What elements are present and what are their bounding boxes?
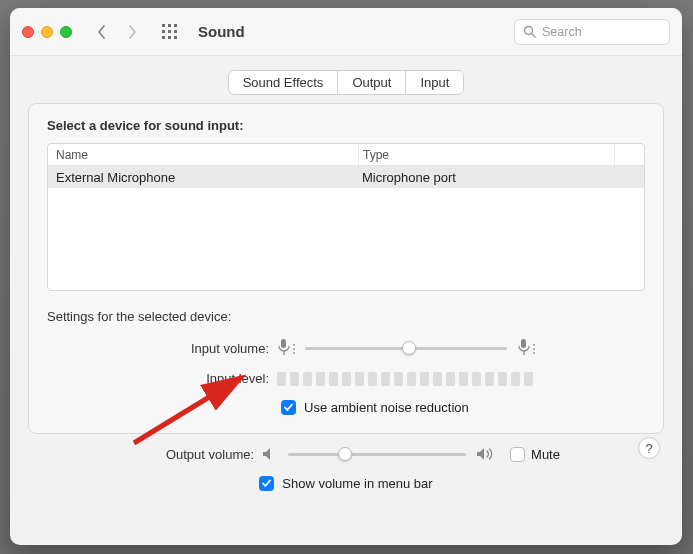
sound-preferences-window: Sound Search Sound Effects Output Input … bbox=[10, 8, 682, 545]
microphone-low-icon bbox=[277, 338, 291, 359]
show-all-button[interactable] bbox=[148, 24, 178, 40]
search-input[interactable]: Search bbox=[514, 19, 670, 45]
output-volume-slider[interactable] bbox=[284, 444, 470, 464]
svg-rect-8 bbox=[174, 36, 177, 39]
search-placeholder: Search bbox=[542, 25, 582, 39]
noise-reduction-label: Use ambient noise reduction bbox=[304, 400, 469, 415]
tab-sound-effects[interactable]: Sound Effects bbox=[229, 71, 339, 94]
help-button[interactable]: ? bbox=[638, 437, 660, 459]
tab-output[interactable]: Output bbox=[338, 71, 406, 94]
table-row[interactable]: External Microphone Microphone port bbox=[48, 166, 644, 188]
svg-rect-0 bbox=[162, 24, 165, 27]
col-type[interactable]: Type bbox=[358, 144, 614, 165]
device-name: External Microphone bbox=[48, 170, 358, 185]
window-controls bbox=[22, 26, 80, 38]
svg-rect-3 bbox=[162, 30, 165, 33]
tab-control: Sound Effects Output Input bbox=[28, 70, 664, 95]
col-name[interactable]: Name bbox=[48, 148, 358, 162]
svg-rect-11 bbox=[281, 339, 286, 348]
input-volume-row: Input volume: bbox=[47, 338, 645, 359]
search-icon bbox=[523, 25, 536, 38]
svg-rect-13 bbox=[521, 339, 526, 348]
minimize-icon[interactable] bbox=[41, 26, 53, 38]
input-volume-slider[interactable] bbox=[301, 339, 511, 359]
output-volume-label: Output volume: bbox=[132, 447, 262, 462]
show-volume-label: Show volume in menu bar bbox=[282, 476, 432, 491]
noise-reduction-row: Use ambient noise reduction bbox=[281, 400, 645, 415]
close-icon[interactable] bbox=[22, 26, 34, 38]
window-title: Sound bbox=[188, 23, 504, 40]
forward-button[interactable] bbox=[126, 24, 138, 40]
speaker-high-icon bbox=[476, 447, 496, 461]
speaker-low-icon bbox=[262, 447, 278, 461]
input-device-table[interactable]: Name Type External Microphone Microphone… bbox=[47, 143, 645, 291]
table-header: Name Type bbox=[48, 144, 644, 166]
svg-rect-1 bbox=[168, 24, 171, 27]
titlebar: Sound Search bbox=[10, 8, 682, 56]
mute-checkbox[interactable] bbox=[510, 447, 525, 462]
svg-rect-4 bbox=[168, 30, 171, 33]
back-button[interactable] bbox=[96, 24, 108, 40]
input-level-row: Input level: bbox=[47, 371, 645, 386]
noise-reduction-checkbox[interactable] bbox=[281, 400, 296, 415]
svg-rect-2 bbox=[174, 24, 177, 27]
mute-label: Mute bbox=[531, 447, 560, 462]
zoom-icon[interactable] bbox=[60, 26, 72, 38]
input-level-label: Input level: bbox=[47, 371, 277, 386]
svg-rect-6 bbox=[162, 36, 165, 39]
svg-rect-5 bbox=[174, 30, 177, 33]
tab-input[interactable]: Input bbox=[406, 71, 463, 94]
input-device-heading: Select a device for sound input: bbox=[47, 118, 645, 133]
settings-heading: Settings for the selected device: bbox=[47, 309, 645, 324]
device-type: Microphone port bbox=[358, 166, 644, 188]
input-level-meter bbox=[277, 372, 533, 386]
footer: Output volume: Mute Sho bbox=[28, 434, 664, 491]
input-volume-label: Input volume: bbox=[47, 341, 277, 356]
show-volume-checkbox[interactable] bbox=[259, 476, 274, 491]
svg-rect-7 bbox=[168, 36, 171, 39]
svg-line-10 bbox=[532, 34, 536, 38]
microphone-high-icon bbox=[517, 338, 531, 359]
input-card: Select a device for sound input: Name Ty… bbox=[28, 103, 664, 434]
